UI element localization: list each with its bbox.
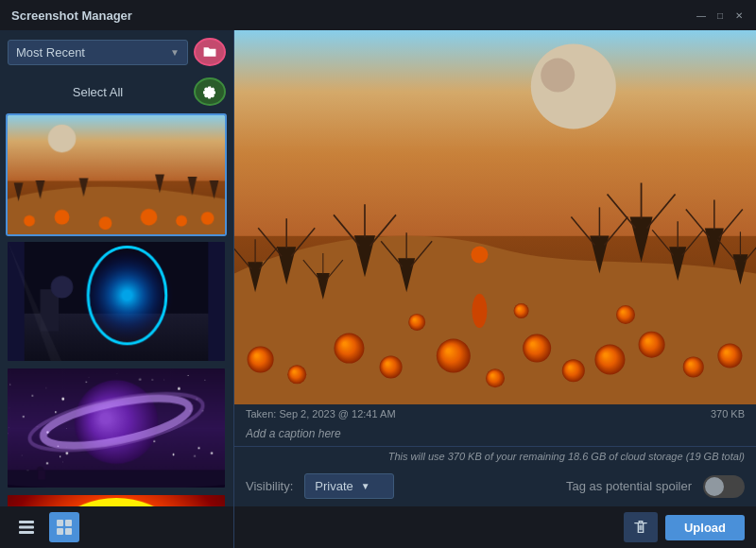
- folder-icon: [202, 44, 217, 60]
- trash-icon: [633, 520, 648, 535]
- spoiler-toggle[interactable]: [703, 475, 745, 498]
- thumbnail-item[interactable]: [6, 113, 227, 236]
- visibility-dropdown[interactable]: Private ▼: [304, 473, 393, 499]
- grid-view-button[interactable]: [49, 512, 79, 542]
- spoiler-label: Tag as potential spoiler: [566, 479, 692, 493]
- bottom-action-bar: Upload: [234, 506, 756, 548]
- select-all-button[interactable]: Select All: [8, 85, 188, 99]
- gear-icon: [202, 84, 217, 99]
- svg-rect-2: [19, 531, 34, 534]
- folder-button[interactable]: [194, 38, 226, 66]
- list-view-button[interactable]: [11, 512, 42, 542]
- left-panel: Most Recent ▼ Select All: [0, 30, 234, 548]
- right-panel: Taken: Sep 2, 2023 @ 12:41 AM 370 KB Thi…: [234, 30, 756, 548]
- storage-note: This will use 370 KB of your remaining 1…: [234, 447, 756, 466]
- dropdown-row: Most Recent ▼: [0, 30, 233, 74]
- left-bottom-nav: [0, 506, 233, 548]
- svg-rect-6: [65, 528, 72, 535]
- sort-label: Most Recent: [16, 45, 85, 60]
- main-image-container: [234, 30, 756, 404]
- toggle-knob: [705, 477, 724, 496]
- grid-icon: [56, 519, 73, 536]
- maximize-btn[interactable]: □: [714, 9, 726, 21]
- visibility-value: Private: [315, 479, 352, 493]
- thumbnail-list: [0, 110, 233, 506]
- svg-rect-4: [65, 520, 72, 526]
- upload-button[interactable]: Upload: [665, 515, 745, 540]
- list-icon: [18, 519, 35, 536]
- main-layout: Most Recent ▼ Select All: [0, 30, 756, 548]
- window-controls: — □ ✕: [696, 9, 745, 21]
- thumbnail-item[interactable]: [6, 367, 227, 489]
- chevron-down-icon: ▼: [361, 481, 370, 491]
- file-size: 370 KB: [711, 408, 745, 420]
- minimize-btn[interactable]: —: [696, 9, 707, 21]
- thumbnail-item[interactable]: [6, 240, 227, 363]
- delete-button[interactable]: [624, 512, 658, 542]
- upload-label: Upload: [684, 521, 726, 535]
- svg-rect-0: [19, 521, 34, 523]
- close-btn[interactable]: ✕: [733, 9, 745, 21]
- title-bar: Screenshot Manager — □ ✕: [0, 0, 756, 30]
- visibility-row: Visibility: Private ▼ Tag as potential s…: [234, 466, 756, 506]
- info-bar: Taken: Sep 2, 2023 @ 12:41 AM 370 KB: [234, 404, 756, 423]
- taken-timestamp: Taken: Sep 2, 2023 @ 12:41 AM: [246, 408, 396, 420]
- sort-dropdown[interactable]: Most Recent ▼: [8, 40, 188, 65]
- caption-input[interactable]: [234, 423, 756, 447]
- svg-rect-1: [19, 526, 34, 529]
- svg-rect-5: [57, 528, 63, 535]
- svg-rect-3: [57, 520, 63, 526]
- chevron-down-icon: ▼: [170, 47, 180, 58]
- thumbnail-item[interactable]: [6, 493, 227, 506]
- settings-button[interactable]: [194, 77, 226, 106]
- visibility-label: Visibility:: [246, 479, 293, 493]
- select-all-row: Select All: [0, 74, 233, 110]
- window-title: Screenshot Manager: [11, 9, 132, 23]
